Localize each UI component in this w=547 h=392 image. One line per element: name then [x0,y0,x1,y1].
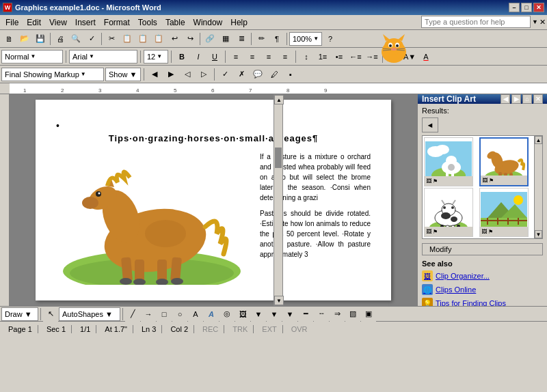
panel-scroll-down[interactable]: ▼ [535,230,542,238]
maximize-button[interactable]: □ [521,3,532,12]
paste-special-button[interactable]: 📋 [151,31,166,46]
decrease-indent-button[interactable]: ←≡ [348,49,363,64]
panel-forward-button[interactable]: ▶ [511,94,521,104]
line-spacing-button[interactable]: ↕ [299,49,314,64]
menu-edit[interactable]: Edit [23,16,45,29]
clip-thumb-4[interactable]: 🖼 ⚑ [479,188,529,237]
3d-button[interactable]: ▣ [361,307,376,322]
hyperlink-button[interactable]: 🔗 [202,31,217,46]
clipart-tool-button[interactable]: 🖼 [235,307,250,322]
menu-file[interactable]: File [1,16,23,29]
panel-back-button[interactable]: ◀ [501,94,510,104]
close-icon[interactable]: ✕ [539,18,546,27]
line-style-button[interactable]: ━ [298,307,313,322]
font-color-button[interactable]: A [418,49,433,64]
align-right-button[interactable]: ≡ [261,49,276,64]
font-color-bar-button[interactable]: ▼ [282,307,297,322]
document-area[interactable]: • Tips·on·grazing·horses·on·small·acreag… [10,94,417,306]
menu-window[interactable]: Window [189,16,227,29]
modify-button[interactable]: Modify [422,243,543,255]
fill-color-button[interactable]: ▼ [251,307,266,322]
oval-tool-button[interactable]: ○ [172,307,187,322]
scroll-track-bottom[interactable] [274,168,282,296]
scroll-up-button[interactable]: ▲ [274,95,284,104]
help-search-input[interactable] [421,16,531,28]
undo-button[interactable]: ↩ [167,31,182,46]
open-button[interactable]: 📂 [17,31,32,46]
panel-scroll-up[interactable]: ▲ [535,136,542,144]
reviewing-pane-button[interactable]: ▪ [283,67,298,82]
accept-change-button[interactable]: ✓ [217,67,232,82]
spell-check-button[interactable]: ✓ [84,31,99,46]
select-pointer-button[interactable]: ↖ [43,307,58,322]
panel-home-button[interactable]: ⌂ [522,94,532,104]
insert-comment-button[interactable]: 💬 [250,67,265,82]
align-center-button[interactable]: ≡ [245,49,260,64]
save-button[interactable]: 💾 [33,31,48,46]
menu-tools[interactable]: Tools [134,16,161,29]
show-formatting-button[interactable]: ¶ [269,31,284,46]
track-changes-dropdown[interactable]: Final Showing Markup ▼ [1,68,104,81]
document-scrollbar[interactable]: ▲ ▼ [274,94,283,306]
reject-change-button[interactable]: ✗ [234,67,249,82]
clip-organizer-link[interactable]: 🖼 Clip Organizer... [418,269,547,283]
font-dropdown[interactable]: Arial ▼ [69,50,137,64]
prev-change-button[interactable]: ◀ [147,67,162,82]
align-left-button[interactable]: ≡ [228,49,243,64]
print-preview-button[interactable]: 🔍 [68,31,83,46]
columns-button[interactable]: ≣ [234,31,249,46]
underline-button[interactable]: U [207,49,222,64]
paste-button[interactable]: 📋 [135,31,150,46]
size-dropdown[interactable]: 12 ▼ [144,50,168,64]
menu-table[interactable]: Table [161,16,189,29]
rect-tool-button[interactable]: □ [157,307,172,322]
menu-help[interactable]: Help [226,16,252,29]
clip-nav-left-button[interactable]: ◄ [422,117,438,132]
dash-style-button[interactable]: ╌ [314,307,329,322]
arrow-tool-button[interactable]: → [141,307,156,322]
next-change-button[interactable]: ▶ [163,67,178,82]
line-color-button[interactable]: ▼ [267,307,282,322]
scroll-thumb[interactable] [275,148,282,168]
track-changes-button[interactable]: 🖊 [267,67,282,82]
clip-thumb-1[interactable]: 🖼 ⚑ [424,137,473,186]
clip-thumb-3[interactable]: 🖼 ⚑ [424,188,473,237]
print-button[interactable]: 🖨 [53,31,68,46]
panel-close-button[interactable]: ✕ [533,94,543,104]
redo-button[interactable]: ↪ [183,31,198,46]
bullets-button[interactable]: •≡ [332,49,347,64]
panel-scroll-track[interactable] [535,144,542,230]
show-dropdown[interactable]: Show ▼ [105,68,141,81]
diagram-button[interactable]: ◎ [219,307,235,322]
shadow-button[interactable]: ▧ [345,307,360,322]
clip-panel-scrollbar[interactable]: ▲ ▼ [534,136,542,238]
scroll-down-button[interactable]: ▼ [274,296,284,305]
zoom-dropdown[interactable]: 100% ▼ [289,32,322,46]
numbering-button[interactable]: 1≡ [315,49,330,64]
help-button[interactable]: ? [323,31,338,46]
prev-comment-button[interactable]: ◁ [180,67,195,82]
wordart-button[interactable]: A [204,307,219,322]
justify-button[interactable]: ≡ [278,49,293,64]
menu-insert[interactable]: Insert [71,16,100,29]
minimize-button[interactable]: – [509,3,520,12]
clips-online-link[interactable]: 🌐 Clips Online [418,283,547,296]
new-button[interactable]: 🗎 [1,31,16,46]
menu-format[interactable]: Format [100,16,134,29]
scroll-track[interactable] [274,104,282,148]
italic-button[interactable]: I [191,49,206,64]
clip-thumb-2[interactable]: 🖼 ⚑ [479,137,529,186]
menu-view[interactable]: View [45,16,71,29]
style-dropdown[interactable]: Normal ▼ [1,50,63,64]
copy-button[interactable]: 📋 [120,31,135,46]
drawing-button[interactable]: ✏ [254,31,269,46]
arrow-style-button[interactable]: ⇒ [330,307,345,322]
cut-button[interactable]: ✂ [104,31,119,46]
draw-dropdown[interactable]: Draw ▼ [1,307,38,321]
table-button[interactable]: ▦ [218,31,233,46]
bold-button[interactable]: B [174,49,189,64]
next-comment-button[interactable]: ▷ [196,67,211,82]
tips-link[interactable]: 💡 Tips for Finding Clips [418,296,547,306]
autoshapes-dropdown[interactable]: AutoShapes ▼ [59,307,120,321]
line-tool-button[interactable]: ╱ [125,307,140,322]
